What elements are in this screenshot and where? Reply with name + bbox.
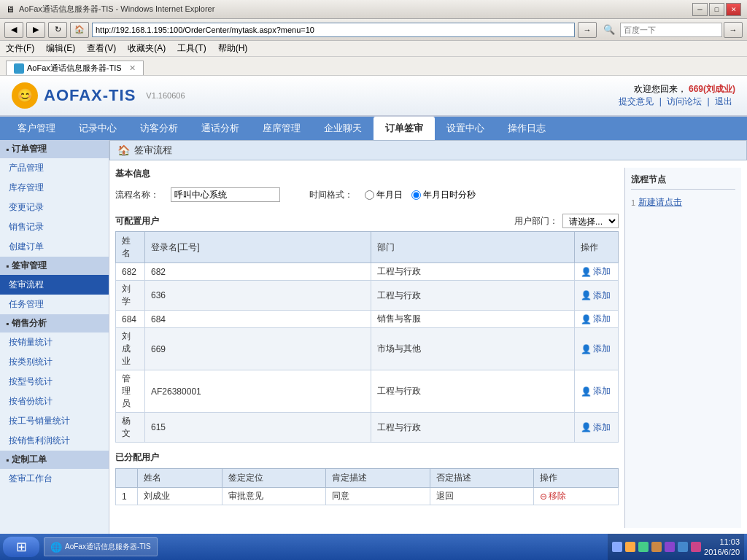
sidebar-item-workbench[interactable]: 签审工作台 — [0, 469, 109, 489]
link-logout[interactable]: 退出 — [715, 96, 732, 106]
taskbar-items: 🌐 AoFax通话信息服务器-TIS — [39, 537, 608, 556]
menu-view[interactable]: 查看(V) — [87, 42, 116, 55]
sidebar-item-flow[interactable]: 签审流程 — [0, 275, 109, 295]
sidebar-item-inventory[interactable]: 库存管理 — [0, 178, 109, 198]
approval-section-icon: ▪ — [6, 261, 9, 271]
sidebar-item-by-province[interactable]: 按省份统计 — [0, 392, 109, 411]
remove-user-button[interactable]: ⊖ 移除 — [540, 490, 612, 502]
forward-button[interactable]: ▶ — [26, 22, 45, 38]
radio-ymd[interactable]: 年月日 — [365, 189, 403, 201]
search-go-button[interactable]: → — [724, 22, 743, 38]
cell-action: 👤 添加 — [575, 413, 619, 443]
minimize-button[interactable]: ─ — [692, 3, 708, 16]
menu-file[interactable]: 文件(F) — [6, 42, 34, 55]
taskbar: ⊞ 🌐 AoFax通话信息服务器-TIS 11:03 2016/6/20 — [0, 534, 747, 560]
back-button[interactable]: ◀ — [4, 22, 23, 38]
start-button[interactable]: ⊞ — [3, 537, 39, 557]
sidebar-section-approval[interactable]: ▪ 签审管理 — [0, 257, 109, 275]
cell-name: 684 — [116, 311, 145, 328]
sidebar-item-product[interactable]: 产品管理 — [0, 158, 109, 178]
logo-icon: 😊 — [12, 82, 38, 109]
dept-select[interactable]: 请选择... — [562, 214, 619, 228]
sidebar-section-order[interactable]: ▪ 订单管理 — [0, 140, 109, 158]
home-button[interactable]: 🏠 — [70, 22, 89, 38]
remove-icon: ⊖ — [540, 491, 547, 502]
sidebar-section-analysis[interactable]: ▪ 销售分析 — [0, 314, 109, 332]
cell-action: 👤 添加 — [575, 263, 619, 281]
tab-close-icon[interactable]: ✕ — [129, 63, 136, 73]
add-user-button[interactable]: 👤 添加 — [581, 343, 612, 355]
search-input[interactable] — [620, 23, 722, 37]
cell-login: 684 — [145, 311, 371, 328]
main-content: ▪ 订单管理 产品管理 库存管理 变更记录 销售记录 创建订单 ▪ 签审管理 签… — [0, 140, 747, 560]
add-icon: 👤 — [581, 422, 592, 432]
nav-log[interactable]: 操作日志 — [496, 117, 557, 140]
table-row: 刘学 636 工程与行政 👤 添加 — [116, 281, 619, 311]
nav-seat[interactable]: 座席管理 — [251, 117, 312, 140]
nav-settings[interactable]: 设置中心 — [435, 117, 496, 140]
cell-action: ⊖ 移除 — [533, 488, 618, 505]
nav-chat[interactable]: 企业聊天 — [312, 117, 374, 140]
flow-panel: 流程节点 1 新建请点击 — [624, 168, 741, 528]
add-icon: 👤 — [581, 290, 592, 300]
add-icon: 👤 — [581, 314, 592, 324]
menu-favorites[interactable]: 收藏夹(A) — [128, 42, 166, 55]
go-button[interactable]: → — [578, 22, 597, 38]
address-bar[interactable] — [92, 23, 575, 37]
nav-customer[interactable]: 客户管理 — [6, 117, 67, 140]
browser-tabbar: AoFax通话信息服务器-TIS ✕ — [0, 57, 747, 76]
new-node-link[interactable]: 新建请点击 — [638, 196, 682, 209]
close-button[interactable]: ✕ — [726, 3, 741, 16]
nav-calls[interactable]: 通话分析 — [190, 117, 251, 140]
maximize-button[interactable]: □ — [709, 3, 724, 16]
configurable-users-section: 可配置用户 用户部门： 请选择... 姓名 — [115, 214, 619, 443]
logo-version: V1.160606 — [146, 91, 185, 100]
sidebar-item-by-model[interactable]: 按型号统计 — [0, 372, 109, 392]
window-controls[interactable]: ─ □ ✕ — [692, 3, 741, 16]
sidebar-item-change[interactable]: 变更记录 — [0, 198, 109, 217]
sidebar-item-create-order[interactable]: 创建订单 — [0, 237, 109, 257]
col-assign-name: 姓名 — [138, 469, 222, 488]
user-name: 669(刘成业) — [689, 84, 735, 94]
nav-records[interactable]: 记录中心 — [67, 117, 128, 140]
add-user-button[interactable]: 👤 添加 — [581, 313, 612, 325]
nav-visitor[interactable]: 访客分析 — [128, 117, 190, 140]
sidebar: ▪ 订单管理 产品管理 库存管理 变更记录 销售记录 创建订单 ▪ 签审管理 签… — [0, 140, 109, 560]
cell-dept: 工程与行政 — [371, 413, 575, 443]
link-feedback[interactable]: 提交意见 — [619, 96, 654, 106]
table-row: 684 684 销售与客服 👤 添加 — [116, 311, 619, 328]
time-format-radio: 年月日 年月日时分秒 — [365, 189, 476, 201]
search-icon: 🔍 — [600, 22, 619, 38]
sidebar-item-by-employee[interactable]: 按工号销量统计 — [0, 411, 109, 431]
sidebar-item-by-sales[interactable]: 按销量统计 — [0, 332, 109, 352]
nav-order[interactable]: 订单签审 — [374, 117, 435, 140]
flow-name-input[interactable] — [171, 187, 280, 202]
link-forum[interactable]: 访问论坛 — [667, 96, 702, 106]
browser-tab-active[interactable]: AoFax通话信息服务器-TIS ✕ — [6, 61, 144, 75]
add-user-button[interactable]: 👤 添加 — [581, 421, 612, 434]
sidebar-item-sales[interactable]: 销售记录 — [0, 217, 109, 237]
cell-action: 👤 添加 — [575, 328, 619, 370]
menu-edit[interactable]: 编辑(E) — [46, 42, 75, 55]
add-user-button[interactable]: 👤 添加 — [581, 289, 612, 302]
table-row: 杨文 615 工程与行政 👤 添加 — [116, 413, 619, 443]
sidebar-item-by-category[interactable]: 按类别统计 — [0, 352, 109, 372]
cell-idx: 1 — [116, 488, 138, 505]
cell-position: 审批意见 — [222, 488, 326, 505]
flow-nodes-list: 1 新建请点击 — [631, 194, 735, 211]
taskbar-ie-item[interactable]: 🌐 AoFax通话信息服务器-TIS — [44, 537, 158, 556]
menu-help[interactable]: 帮助(H) — [218, 42, 248, 55]
dept-label: 用户部门： — [514, 215, 558, 228]
sidebar-section-custom[interactable]: ▪ 定制工单 — [0, 451, 109, 469]
basic-info-section: 基本信息 流程名称： 时间格式： 年月日 — [115, 168, 619, 205]
menu-tools[interactable]: 工具(T) — [177, 42, 206, 55]
add-user-button[interactable]: 👤 添加 — [581, 265, 612, 278]
refresh-button[interactable]: ↻ — [48, 22, 67, 38]
flow-name-label: 流程名称： — [115, 189, 159, 201]
add-user-button[interactable]: 👤 添加 — [581, 385, 612, 397]
browser-menubar: 文件(F) 编辑(E) 查看(V) 收藏夹(A) 工具(T) 帮助(H) — [0, 41, 747, 57]
sidebar-item-by-profit[interactable]: 按销售利润统计 — [0, 431, 109, 451]
sidebar-item-task[interactable]: 任务管理 — [0, 295, 109, 314]
radio-ymdhms[interactable]: 年月日时分秒 — [411, 189, 476, 201]
taskbar-tray: 11:03 2016/6/20 — [608, 534, 744, 560]
